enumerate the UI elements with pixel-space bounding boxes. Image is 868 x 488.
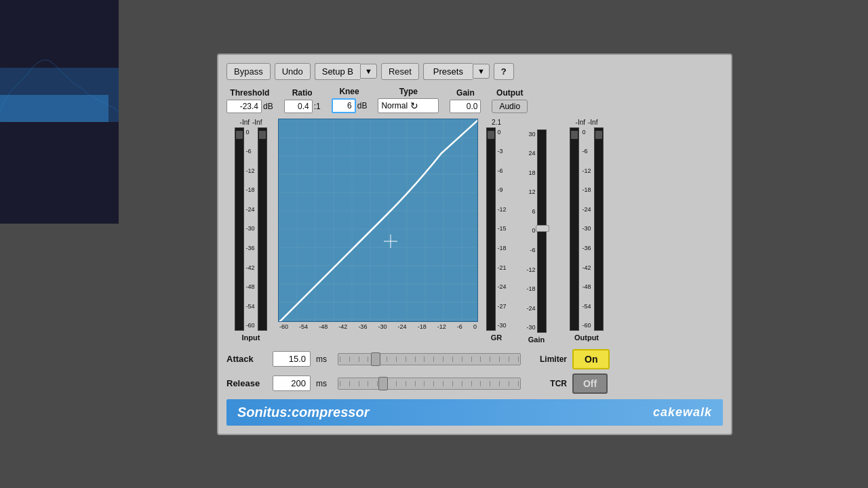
output-value-row: Audio <box>492 100 528 113</box>
attack-row: Attack ms Limiter On <box>226 349 723 369</box>
attack-unit: ms <box>316 354 332 364</box>
attack-slider-ticks <box>338 354 520 365</box>
gain-meter-indicator[interactable] <box>536 225 549 232</box>
gain-value-row <box>450 100 481 113</box>
limiter-button[interactable]: On <box>572 349 610 369</box>
ratio-unit: :1 <box>314 102 321 111</box>
bypass-button[interactable]: Bypass <box>226 63 271 80</box>
gr-meter-bar <box>486 127 496 331</box>
threshold-value-row: dB <box>226 100 273 113</box>
attack-input[interactable] <box>273 351 311 367</box>
release-slider[interactable] <box>338 378 521 390</box>
setup-button[interactable]: Setup B <box>315 63 360 80</box>
input-meter-section: -Inf -Inf 0 -6 -12 -18 -24 -30 <box>226 119 275 344</box>
ratio-value-row: :1 <box>284 100 321 113</box>
limiter-label: Limiter <box>526 354 567 364</box>
output-tick-labels: 0 -6 -12 -18 -24 -30 -36 -42 -48 -54 -60 <box>582 127 591 331</box>
type-label: Type <box>399 87 418 96</box>
input-indicator-left <box>236 131 243 139</box>
footer: Sonitus:compressor cakewalk <box>226 399 723 426</box>
gain-tick-labels-left: 30 24 18 12 6 0 -6 -12 -18 -24 -30 <box>526 129 535 333</box>
gain-meter-section: 30 24 18 12 6 0 -6 -12 -18 -24 -30 Gai <box>516 119 557 344</box>
x-label-5: -30 <box>378 323 387 330</box>
transfer-graph[interactable] <box>278 119 478 322</box>
threshold-label: Threshold <box>230 88 269 98</box>
undo-button[interactable]: Undo <box>275 63 311 80</box>
output-top-label-right: -Inf <box>588 119 597 126</box>
release-row: Release ms TCR Off <box>226 373 723 394</box>
gr-indicator <box>488 131 494 139</box>
gain-label: Gain <box>456 88 475 98</box>
release-slider-ticks <box>338 378 520 389</box>
input-meter-left: 0 -6 -12 -18 -24 -30 -36 -42 -48 -54 -60 <box>235 127 254 331</box>
knee-group: Knee dB <box>332 87 368 113</box>
type-group: Type Normal ↻ <box>378 87 439 113</box>
type-cycle-icon[interactable]: ↻ <box>410 100 418 111</box>
gain-group: Gain <box>450 88 481 113</box>
brand-name: cakewalk <box>653 405 712 420</box>
waveform-display <box>0 0 119 224</box>
main-area: -Inf -Inf 0 -6 -12 -18 -24 -30 <box>226 119 723 344</box>
presets-dropdown-arrow[interactable]: ▼ <box>473 64 490 79</box>
output-meter-bar-left <box>570 127 579 331</box>
release-slider-thumb[interactable] <box>378 377 388 390</box>
x-label-2: -48 <box>319 323 328 330</box>
output-button[interactable]: Audio <box>492 100 528 113</box>
x-label-6: -24 <box>398 323 407 330</box>
tcr-label: TCR <box>526 379 567 388</box>
tcr-button[interactable]: Off <box>572 373 608 394</box>
x-label-1: -54 <box>299 323 308 330</box>
ratio-input[interactable] <box>284 100 313 113</box>
gr-top-value: 2.1 <box>492 119 501 126</box>
gr-tick-labels: 0 -3 -6 -9 -12 -15 -18 -21 -24 -27 -30 <box>497 127 506 331</box>
x-label-7: -18 <box>418 323 427 330</box>
presets-button[interactable]: Presets <box>423 63 473 80</box>
knee-unit: dB <box>357 101 368 110</box>
knee-label: Knee <box>339 87 359 96</box>
reset-button[interactable]: Reset <box>381 63 419 80</box>
gr-meter-section: 2.1 0 -3 -6 -9 -12 -15 -18 -21 -24 -27 -… <box>482 119 511 344</box>
setup-dropdown-arrow[interactable]: ▼ <box>360 64 377 79</box>
gain-meter-pair: 30 24 18 12 6 0 -6 -12 -18 -24 -30 <box>526 129 546 333</box>
x-label-4: -36 <box>358 323 367 330</box>
threshold-unit: dB <box>263 102 273 111</box>
output-top-labels: -Inf -Inf <box>576 119 598 126</box>
attack-slider-thumb[interactable] <box>371 352 380 366</box>
graph-section: -60 -54 -48 -42 -36 -30 -24 -18 -12 -6 0 <box>278 119 478 344</box>
presets-button-group: Presets ▼ <box>423 63 490 80</box>
output-top-label-left: -Inf <box>576 119 585 126</box>
input-tick-labels: 0 -6 -12 -18 -24 -30 -36 -42 -48 -54 -60 <box>245 127 254 331</box>
output-indicator-right <box>595 131 602 139</box>
input-meter-bar-left <box>235 127 244 331</box>
input-top-labels: -Inf -Inf <box>240 119 262 126</box>
params-row: Threshold dB Ratio :1 Knee dB Type Norma… <box>226 87 723 113</box>
bottom-controls: Attack ms Limiter On Release <box>226 349 723 394</box>
x-label-8: -12 <box>437 323 446 330</box>
ratio-label: Ratio <box>292 88 313 98</box>
release-label: Release <box>226 378 267 388</box>
threshold-group: Threshold dB <box>226 88 273 113</box>
type-select[interactable]: Normal ↻ <box>378 98 439 113</box>
knee-input[interactable] <box>332 98 356 113</box>
gain-label: Gain <box>528 336 545 344</box>
x-label-9: -6 <box>457 323 462 330</box>
input-meter-bar-right <box>258 127 267 331</box>
knee-value-row: dB <box>332 98 368 113</box>
plugin-name: Sonitus:compressor <box>237 405 369 420</box>
attack-slider[interactable] <box>338 353 521 365</box>
help-button[interactable]: ? <box>494 63 514 80</box>
output-meter-section: -Inf -Inf 0 -6 -12 -18 -24 -30 -36 -42 -… <box>562 119 611 344</box>
release-input[interactable] <box>273 375 311 391</box>
toolbar: Bypass Undo Setup B ▼ Reset Presets ▼ ? <box>226 63 723 80</box>
output-label: Output <box>496 88 523 98</box>
input-indicator-right <box>259 131 266 139</box>
input-meters-pair: 0 -6 -12 -18 -24 -30 -36 -42 -48 -54 -60 <box>235 127 267 331</box>
attack-label: Attack <box>226 354 267 364</box>
graph-x-axis: -60 -54 -48 -42 -36 -30 -24 -18 -12 -6 0 <box>278 323 478 330</box>
output-indicator-left <box>571 131 578 139</box>
setup-button-group: Setup B ▼ <box>315 63 377 80</box>
threshold-input[interactable] <box>226 100 262 113</box>
gain-input[interactable] <box>450 100 481 113</box>
graph-svg <box>279 119 478 322</box>
gr-meter-pair: 0 -3 -6 -9 -12 -15 -18 -21 -24 -27 -30 <box>486 127 506 331</box>
